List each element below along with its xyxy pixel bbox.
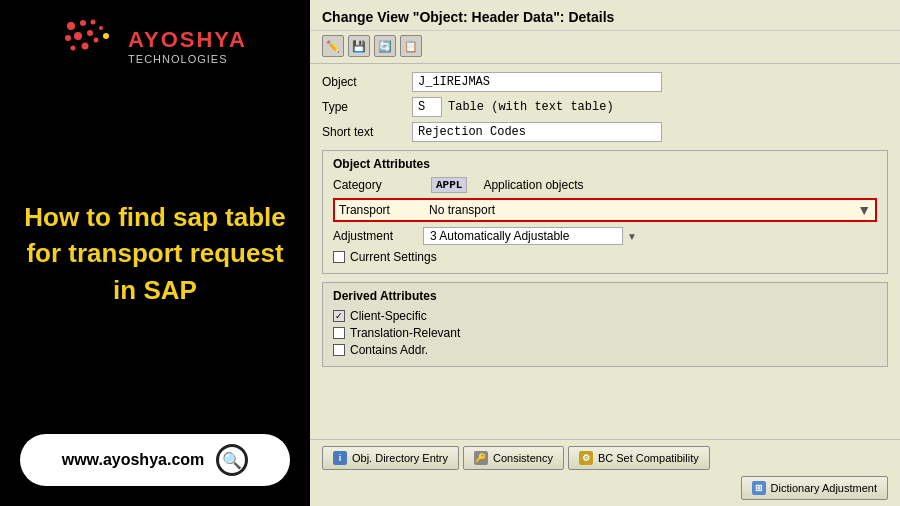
toolbar-btn-4[interactable]: 📋	[400, 35, 422, 57]
translation-relevant-checkbox[interactable]	[333, 327, 345, 339]
transport-label: Transport	[339, 203, 425, 217]
type-field-row: Type S Table (with text table)	[322, 97, 888, 117]
website-url: www.ayoshya.com	[62, 451, 205, 469]
sap-title: Change View "Object: Header Data": Detai…	[322, 9, 614, 25]
type-s: S	[412, 97, 442, 117]
svg-point-4	[74, 32, 82, 40]
object-value[interactable]: J_1IREJMAS	[412, 72, 662, 92]
consistency-button[interactable]: 🔑 Consistency	[463, 446, 564, 470]
logo-subtitle: TECHNOLOGIES	[128, 53, 247, 65]
logo-area: AYOSHYA TECHNOLOGIES	[63, 18, 247, 73]
client-specific-checkbox[interactable]: ✓	[333, 310, 345, 322]
toolbar-btn-2[interactable]: 💾	[348, 35, 370, 57]
short-text-field-row: Short text Rejection Codes	[322, 122, 888, 142]
contains-addr-row: Contains Addr.	[333, 343, 877, 357]
sap-panel: Change View "Object: Header Data": Detai…	[310, 0, 900, 506]
logo-name: AYOSHYA	[128, 27, 247, 53]
svg-point-3	[65, 35, 71, 41]
transport-value[interactable]: No transport	[425, 202, 857, 218]
category-code: APPL	[431, 177, 467, 193]
client-specific-label: Client-Specific	[350, 309, 427, 323]
sap-title-bar: Change View "Object: Header Data": Detai…	[310, 0, 900, 31]
dictionary-adjustment-button[interactable]: ⊞ Dictionary Adjustment	[741, 476, 888, 500]
svg-point-8	[82, 43, 89, 50]
toolbar-btn-3[interactable]: 🔄	[374, 35, 396, 57]
category-label: Category	[333, 178, 423, 192]
svg-point-7	[71, 46, 76, 51]
current-settings-label: Current Settings	[350, 250, 437, 264]
ayoshya-logo-icon	[63, 18, 118, 73]
adjustment-dropdown-icon[interactable]: ▼	[627, 231, 637, 242]
obj-directory-entry-icon: i	[333, 451, 347, 465]
obj-directory-entry-button[interactable]: i Obj. Directory Entry	[322, 446, 459, 470]
current-settings-checkbox[interactable]	[333, 251, 345, 263]
object-attrs-title: Object Attributes	[333, 157, 877, 171]
svg-point-0	[67, 22, 75, 30]
client-specific-row: ✓ Client-Specific	[333, 309, 877, 323]
short-text-value[interactable]: Rejection Codes	[412, 122, 662, 142]
derived-title: Derived Attributes	[333, 289, 877, 303]
category-row: Category APPL Application objects	[333, 177, 877, 193]
translation-relevant-row: Translation-Relevant	[333, 326, 877, 340]
object-label: Object	[322, 75, 412, 89]
headline-text: How to find sap table for transport requ…	[20, 73, 290, 434]
consistency-icon: 🔑	[474, 451, 488, 465]
svg-point-9	[94, 38, 99, 43]
current-settings-row: Current Settings	[333, 250, 877, 264]
type-desc: Table (with text table)	[448, 100, 614, 114]
website-bar: www.ayoshya.com 🔍	[20, 434, 290, 486]
object-attributes-section: Object Attributes Category APPL Applicat…	[322, 150, 888, 274]
search-icon[interactable]: 🔍	[216, 444, 248, 476]
bottom-buttons-row2: ⊞ Dictionary Adjustment	[310, 476, 900, 506]
category-desc: Application objects	[483, 178, 583, 192]
translation-relevant-label: Translation-Relevant	[350, 326, 460, 340]
svg-point-5	[87, 30, 93, 36]
short-text-label: Short text	[322, 125, 412, 139]
bc-set-icon: ⚙	[579, 451, 593, 465]
contains-addr-checkbox[interactable]	[333, 344, 345, 356]
svg-point-1	[80, 20, 86, 26]
derived-attributes-section: Derived Attributes ✓ Client-Specific Tra…	[322, 282, 888, 367]
transport-row: Transport No transport ▼	[333, 198, 877, 222]
type-label: Type	[322, 100, 412, 114]
left-panel: AYOSHYA TECHNOLOGIES How to find sap tab…	[0, 0, 310, 506]
svg-point-2	[91, 20, 96, 25]
adjustment-label: Adjustment	[333, 229, 423, 243]
object-field-row: Object J_1IREJMAS	[322, 72, 888, 92]
dictionary-adjustment-icon: ⊞	[752, 481, 766, 495]
svg-point-6	[99, 26, 103, 30]
sap-content: Object J_1IREJMAS Type S Table (with tex…	[310, 64, 900, 439]
logo-text-group: AYOSHYA TECHNOLOGIES	[128, 27, 247, 65]
transport-dropdown-icon[interactable]: ▼	[857, 202, 871, 218]
sap-toolbar: ✏️ 💾 🔄 📋	[310, 31, 900, 64]
svg-point-10	[103, 33, 109, 39]
bottom-buttons-row1: i Obj. Directory Entry 🔑 Consistency ⚙ B…	[310, 439, 900, 476]
bc-set-compatibility-button[interactable]: ⚙ BC Set Compatibility	[568, 446, 710, 470]
adjustment-value[interactable]: 3 Automatically Adjustable	[423, 227, 623, 245]
contains-addr-label: Contains Addr.	[350, 343, 428, 357]
toolbar-btn-1[interactable]: ✏️	[322, 35, 344, 57]
adjustment-row: Adjustment 3 Automatically Adjustable ▼	[333, 227, 877, 245]
